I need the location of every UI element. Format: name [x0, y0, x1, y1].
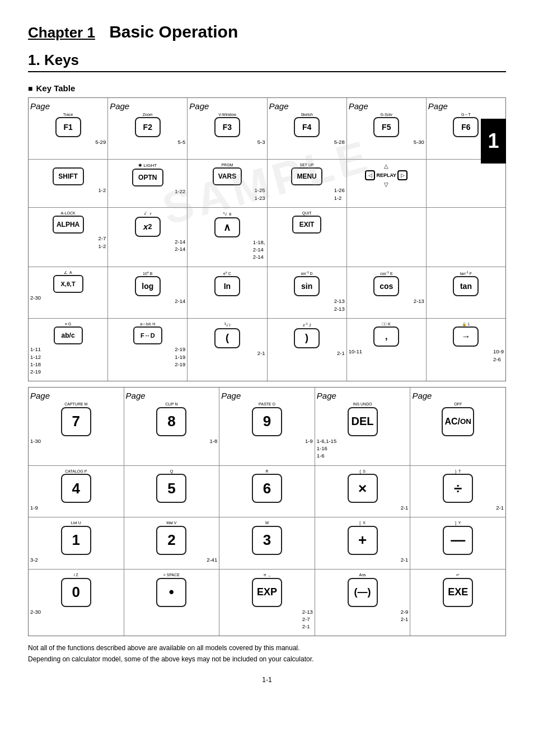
footnote-line2: Depending on calculator model, some of t… [28, 654, 506, 665]
key6-button[interactable]: 6 [252, 474, 282, 503]
x2-button[interactable]: x2 [135, 217, 161, 237]
shift-button[interactable]: SHIFT [53, 167, 84, 185]
caret-button[interactable]: ∧ [214, 217, 240, 237]
xtheta-button[interactable]: X,θ,T [53, 275, 83, 293]
log-button[interactable]: log [135, 276, 161, 296]
cos-pageref: 2-13 [414, 297, 424, 305]
f3-top-label: V-Window [218, 113, 236, 117]
acon-button[interactable]: AC/ON [442, 407, 474, 436]
neg-button[interactable]: (—) [348, 578, 378, 607]
key-col-6: R 6 [219, 466, 315, 517]
comma-top-label: □□ K [382, 322, 391, 326]
xtheta-top-label: ∠ A [64, 270, 72, 275]
key5-button[interactable]: 5 [156, 474, 186, 503]
key-col-8: Page CLIP N 8 1-8 [124, 388, 220, 465]
key2-top-label: Mat V [166, 521, 176, 525]
plus-button[interactable]: + [348, 526, 378, 555]
key9-button[interactable]: 9 [252, 407, 282, 436]
key-col-1: List U 1 3-2 [29, 517, 124, 569]
page-label-f6: Page [428, 101, 448, 111]
exit-top-label: QUIT [302, 211, 312, 216]
f1-pageref: 5-29 [95, 138, 106, 146]
exe-button[interactable]: EXE [443, 578, 473, 607]
dot-button[interactable]: • [156, 578, 186, 607]
key2-button[interactable]: 2 [156, 526, 186, 555]
key-col-f4: Page Sketch F4 5-28 [268, 98, 347, 159]
menu-button[interactable]: MENU [291, 167, 322, 185]
key-col-9: Page PASTE O 9 1-9 [219, 388, 315, 465]
arrow-button[interactable]: → [453, 326, 479, 347]
key-table-heading: Key Table [28, 83, 506, 93]
ftod-pageref: 2-191-192-19 [175, 346, 185, 368]
key-col-f2: Page Zoom F2 5-5 [108, 98, 188, 159]
optn-button[interactable]: OPTN [132, 169, 163, 186]
times-button[interactable]: × [348, 474, 378, 503]
replay-label: REPLAY [376, 172, 396, 178]
del-button[interactable]: DEL [348, 407, 378, 436]
xtheta-pageref: 2-30 [30, 294, 41, 301]
key1-button[interactable]: 1 [61, 526, 91, 555]
key8-top-label: CLIP N [165, 402, 177, 407]
tan-button[interactable]: tan [453, 276, 479, 296]
comma-button[interactable]: , [373, 326, 399, 347]
exp-button[interactable]: EXP [252, 578, 282, 607]
replay-nabla: ▽ [384, 181, 388, 188]
comma-pageref: 10-11 [349, 348, 362, 355]
key-col-abc: ≡ G ab/c 1-111-121-182-19 [29, 319, 108, 381]
times-pageref: 2-1 [401, 504, 409, 511]
sin-button[interactable]: sin [294, 276, 320, 296]
menu-pageref: 1-261-2 [334, 186, 345, 202]
f2-button[interactable]: F2 [135, 117, 161, 137]
ln-button[interactable]: In [214, 276, 240, 296]
replay-left[interactable]: ◁ [365, 170, 375, 180]
f6-button[interactable]: F6 [453, 117, 479, 137]
f4-button[interactable]: F4 [294, 117, 320, 137]
alpha-button[interactable]: ALPHA [53, 216, 84, 234]
key-col-rparen: x-1 J ) 2-1 [268, 319, 347, 381]
abc-button[interactable]: ab/c [54, 326, 83, 344]
rparen-button[interactable]: ) [294, 328, 320, 348]
key4-button[interactable]: 4 [61, 474, 91, 503]
f3-button[interactable]: F3 [214, 117, 240, 137]
key7-button[interactable]: 7 [61, 407, 91, 436]
replay-group: △ ◁ REPLAY ▷ ▽ [365, 163, 407, 188]
replay-row: ◁ REPLAY ▷ [365, 170, 407, 180]
alpha-top-label: A-LOCK [61, 211, 76, 216]
vars-button[interactable]: VARS [213, 167, 242, 185]
key-col-arrow: 🔒 L → 10-92-6 [427, 319, 505, 381]
key-col-menu: SET UP MENU 1-261-2 [268, 160, 347, 207]
key0-button[interactable]: 0 [61, 578, 91, 607]
lparen-button[interactable]: ( [214, 328, 240, 348]
exe-top-label: ↵ [456, 573, 460, 577]
footnote-line1: Not all of the functions described above… [28, 643, 506, 654]
key3-button[interactable]: 3 [252, 526, 282, 555]
minus-button[interactable]: — [443, 526, 473, 555]
del-pageref: 1-6,1-151-161-6 [317, 437, 336, 460]
div-button[interactable]: ÷ [443, 474, 473, 503]
key-col-comma: □□ K , 10-11 [347, 319, 427, 381]
ftod-button[interactable]: F↔D [133, 326, 162, 344]
exp-top-label: π ,, [264, 573, 271, 577]
acon-top-label: OFF [454, 402, 462, 407]
key8-button[interactable]: 8 [156, 407, 186, 436]
cos-button[interactable]: cos [373, 276, 399, 296]
key-col-div: } T ÷ 2-1 [410, 466, 505, 517]
key0-top-label: i Z [74, 573, 78, 577]
key-col-empty1 [427, 160, 505, 207]
f1-button[interactable]: F1 [55, 117, 81, 137]
del-top-label: INS UNDO [353, 402, 372, 407]
key7-pageref: 1-30 [30, 437, 41, 445]
abc-top-label: ≡ G [65, 322, 71, 326]
replay-right[interactable]: ▷ [397, 170, 407, 180]
key8-pageref: 1-8 [209, 437, 217, 445]
exit-button[interactable]: EXIT [292, 216, 321, 234]
key7-top-label: CAPTURE M [64, 402, 87, 407]
lparen-top-label: 3√ I [224, 322, 230, 328]
minus-top-label: ] Y [455, 521, 461, 525]
cos-top-label: cos-1 E [380, 270, 393, 277]
alpha-pageref: 2-71-2 [98, 235, 106, 250]
key9-pageref: 1-9 [305, 437, 313, 445]
f5-button[interactable]: F5 [373, 117, 399, 137]
key-col-optn: ✱ LIGHT OPTN 1-22 [108, 160, 188, 207]
key-col-f5: Page G-Solv F5 5-30 [347, 98, 427, 159]
